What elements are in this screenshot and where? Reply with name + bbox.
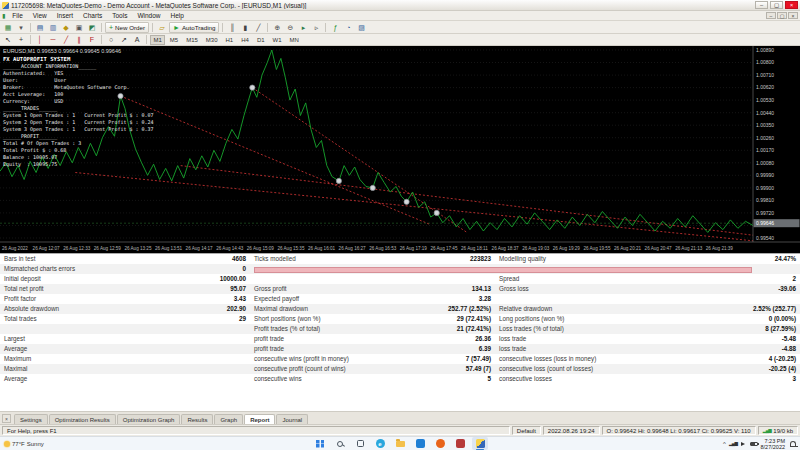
trend-line[interactable]	[75, 173, 753, 241]
candlestick-chart-button[interactable]: ▮	[239, 22, 251, 33]
trade-marker[interactable]	[370, 185, 375, 190]
tab-optimization-graph[interactable]: Optimization Graph	[117, 414, 181, 424]
report-value: 6.39	[400, 344, 495, 354]
trend-line[interactable]	[121, 96, 430, 224]
crosshair-icon: +	[19, 36, 23, 43]
trendline-button[interactable]: ╱	[60, 34, 72, 45]
vertical-line-button[interactable]: │	[34, 34, 46, 45]
horizontal-line-button[interactable]: ─	[47, 34, 59, 45]
metatrader-taskbar-button[interactable]	[472, 437, 488, 450]
arrows-button[interactable]: ↗	[118, 34, 130, 45]
unknown-app-taskbar-button[interactable]	[452, 437, 468, 450]
report-value: 8 (27.59%)	[640, 324, 800, 334]
tab-optimization-results[interactable]: Optimization Results	[49, 414, 116, 424]
line-chart-icon: ╱	[256, 24, 260, 31]
zoom-in-button[interactable]: ⊕	[271, 22, 283, 33]
report-label: Total net profit	[0, 284, 170, 294]
chart-shift-button[interactable]: ▹	[310, 22, 322, 33]
maximize-button[interactable]: ▢	[770, 1, 783, 9]
status-connection[interactable]: ▂▄▆ 19/0 kb	[758, 426, 798, 435]
data-window-button[interactable]: ▥	[47, 22, 59, 33]
timeframe-m5[interactable]: M5	[166, 35, 181, 45]
timeframe-mn[interactable]: MN	[286, 35, 302, 45]
weather-widget[interactable]: 77°F Sunny	[0, 441, 48, 447]
chart-area[interactable]: 0.995400.996300.997200.998100.999000.999…	[0, 46, 800, 253]
zoom-out-button[interactable]: ⊖	[284, 22, 296, 33]
market-watch-button[interactable]: ▤	[34, 22, 46, 33]
cursor-button[interactable]: ↖	[2, 34, 14, 45]
text-label-button[interactable]: A	[131, 34, 143, 45]
trade-marker[interactable]	[434, 210, 439, 215]
task-view-taskbar-button[interactable]	[352, 437, 368, 450]
tab-results[interactable]: Results	[181, 414, 213, 424]
strategy-tester-button[interactable]: ◩	[86, 22, 98, 33]
status-profile[interactable]: Default	[512, 426, 541, 435]
channel-button[interactable]: ∥	[73, 34, 85, 45]
timeframe-h1[interactable]: H1	[222, 35, 237, 45]
search-taskbar-button[interactable]	[332, 437, 348, 450]
indicators-button[interactable]: ƒ	[329, 22, 341, 33]
store-taskbar-button[interactable]	[412, 437, 428, 450]
templates-button[interactable]: ▨	[355, 22, 367, 33]
menu-charts[interactable]: Charts	[78, 12, 107, 19]
crosshair-button[interactable]: +	[15, 34, 27, 45]
menu-file[interactable]: File	[7, 12, 27, 19]
battery-icon[interactable]	[750, 442, 758, 446]
trade-marker[interactable]	[336, 178, 341, 183]
tray-date: 8/27/2022	[761, 444, 785, 450]
tab-settings[interactable]: Settings	[14, 414, 48, 424]
autotrading-button[interactable]: ►AutoTrading	[169, 22, 219, 33]
volume-icon[interactable]	[741, 442, 747, 446]
menu-insert[interactable]: Insert	[52, 12, 78, 19]
timeframe-m15[interactable]: M15	[183, 35, 202, 45]
periods-button[interactable]: ◔	[342, 22, 354, 33]
close-button[interactable]: ×	[785, 1, 798, 9]
menu-help[interactable]: Help	[166, 12, 189, 19]
timeframe-h4[interactable]: H4	[238, 35, 253, 45]
profiles-button[interactable]: ▾	[15, 22, 27, 33]
tray-clock[interactable]: 7:23 PM 8/27/2022	[761, 438, 785, 450]
shapes-button[interactable]: ○	[105, 34, 117, 45]
new-chart-button[interactable]: ▦	[2, 22, 14, 33]
notification-bell-icon[interactable]	[790, 441, 796, 446]
title-bar: 117205698: MetaQuotes-Demo - Demo Accoun…	[0, 0, 800, 11]
firefox-taskbar-button[interactable]	[432, 437, 448, 450]
timeframe-d1[interactable]: D1	[253, 35, 268, 45]
report-label: Profit trades (% of total)	[250, 324, 400, 334]
tab-report[interactable]: Report	[244, 414, 275, 424]
menu-tools[interactable]: Tools	[107, 12, 132, 19]
tab-journal[interactable]: Journal	[276, 414, 308, 424]
trend-line[interactable]	[252, 88, 467, 233]
mdi-minimize-button[interactable]: –	[766, 12, 776, 19]
metaeditor-button[interactable]: ▱	[156, 22, 168, 33]
bar-chart-button[interactable]: ║	[226, 22, 238, 33]
terminal-button[interactable]: ▣	[73, 22, 85, 33]
time-tick-label: 26 Aug 20:47	[645, 246, 673, 251]
menu-window[interactable]: Window	[132, 12, 165, 19]
toolbar-separator	[30, 23, 31, 32]
edge-taskbar-button[interactable]: e	[372, 437, 388, 450]
tab-graph[interactable]: Graph	[214, 414, 243, 424]
time-tick-label: 26 Aug 16:53	[369, 246, 397, 251]
mdi-restore-button[interactable]: ▢	[777, 12, 787, 19]
report-label: Profit factor	[0, 294, 170, 304]
file-explorer-taskbar-button[interactable]	[392, 437, 408, 450]
timeframe-m30[interactable]: M30	[202, 35, 221, 45]
mdi-close-button[interactable]: ×	[788, 12, 798, 19]
tester-panel-close-button[interactable]: ×	[2, 414, 11, 423]
minimize-button[interactable]: –	[755, 1, 768, 9]
fibonacci-button[interactable]: F	[86, 34, 98, 45]
menu-view[interactable]: View	[28, 12, 52, 19]
auto-scroll-button[interactable]: ▸	[297, 22, 309, 33]
navigator-button[interactable]: ◆	[60, 22, 72, 33]
line-chart-button[interactable]: ╱	[252, 22, 264, 33]
hidden-icons-button[interactable]: ^	[723, 441, 726, 447]
network-icon[interactable]: ▂▄▆	[729, 441, 738, 446]
trendline-icon: ╱	[64, 36, 68, 43]
start-taskbar-button[interactable]	[312, 437, 328, 450]
timeframe-w1[interactable]: W1	[269, 35, 285, 45]
trade-marker[interactable]	[404, 199, 409, 204]
timeframe-m1[interactable]: M1	[150, 35, 165, 45]
trade-marker[interactable]	[250, 85, 255, 90]
new-order-button[interactable]: +New Order	[105, 22, 149, 33]
